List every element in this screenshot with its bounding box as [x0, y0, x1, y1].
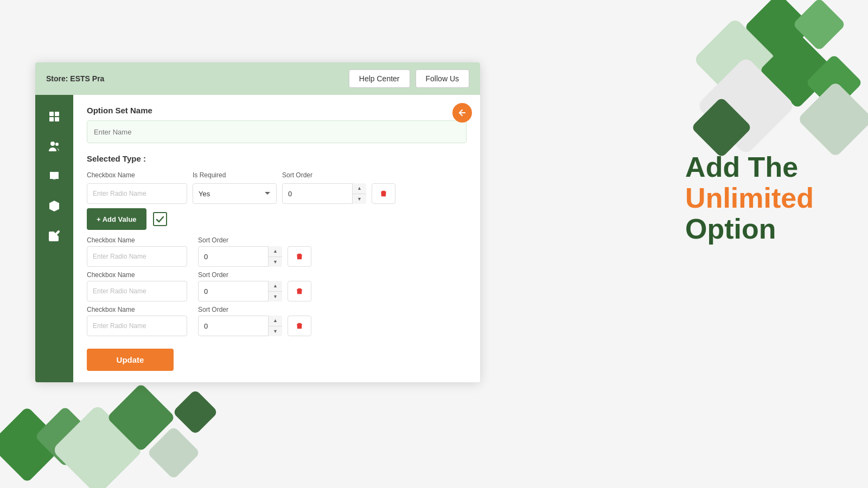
is-required-select[interactable]: Yes No: [193, 183, 277, 204]
inc-1[interactable]: ▲: [269, 246, 282, 257]
sidebar-item-orders[interactable]: [41, 222, 68, 249]
increment-btn[interactable]: ▲: [353, 183, 366, 194]
store-name: ESTS Pra: [70, 74, 104, 83]
delete-btn-1[interactable]: [288, 246, 311, 267]
store-prefix: Store:: [46, 74, 68, 83]
svg-rect-0: [49, 112, 54, 116]
marketing-title: Add The Unlimited Option: [685, 152, 814, 245]
marketing-line1: Add The: [685, 151, 798, 183]
book-icon: [48, 170, 61, 183]
decrement-btn[interactable]: ▼: [353, 194, 366, 204]
checkbox-row-3: Checkbox Name Sort Order ▲ ▼: [87, 306, 467, 336]
update-button[interactable]: Update: [87, 349, 174, 371]
radio-name-input[interactable]: [87, 183, 187, 204]
checkbox-row-1: Checkbox Name Sort Order ▲ ▼: [87, 236, 467, 267]
arrows-1: ▲ ▼: [268, 246, 282, 267]
trash-icon-2: [295, 287, 304, 296]
help-center-button[interactable]: Help Center: [349, 69, 410, 88]
sidebar-item-users[interactable]: [41, 133, 68, 160]
sort-wrap-3: ▲ ▼: [198, 316, 282, 336]
sidebar-item-catalog[interactable]: [41, 163, 68, 190]
trash-icon-3: [295, 322, 304, 330]
checkbox-name-input-3[interactable]: [87, 316, 187, 336]
delete-btn-2[interactable]: [288, 281, 311, 301]
marketing-area: Add The Unlimited Option: [685, 152, 814, 245]
selected-type-label: Selected Type :: [87, 154, 467, 163]
main-content: Option Set Name Selected Type : Checkbox…: [73, 95, 480, 382]
checkbox-name-input-1[interactable]: [87, 246, 187, 267]
sort-wrap-1: ▲ ▼: [198, 246, 282, 267]
sort-order-label-3: Sort Order: [198, 306, 282, 313]
main-form-row: Yes No ▲ ▼: [87, 183, 467, 204]
dec-2[interactable]: ▼: [269, 292, 282, 302]
marketing-line3: Option: [685, 213, 776, 245]
checkmark-icon: [156, 215, 164, 223]
app-body: Option Set Name Selected Type : Checkbox…: [35, 95, 480, 382]
box-icon: [48, 200, 61, 213]
option-set-name-input[interactable]: [87, 120, 467, 143]
number-arrows: ▲ ▼: [352, 183, 366, 204]
inc-3[interactable]: ▲: [269, 316, 282, 326]
sort-order-header: Sort Order: [282, 171, 366, 179]
checkbox-row-2: Checkbox Name Sort Order ▲ ▼: [87, 271, 467, 301]
header-buttons: Help Center Follow Us: [349, 69, 469, 88]
checkbox-name-label-2: Checkbox Name: [87, 271, 187, 279]
app-window: Store: ESTS Pra Help Center Follow Us: [35, 62, 480, 382]
delete-btn-3[interactable]: [288, 316, 311, 336]
follow-us-button[interactable]: Follow Us: [416, 69, 469, 88]
add-value-button[interactable]: + Add Value: [87, 208, 146, 230]
checkbox-name-header: Checkbox Name: [87, 171, 187, 179]
app-header: Store: ESTS Pra Help Center Follow Us: [35, 62, 480, 95]
marketing-line2: Unlimited: [685, 183, 814, 214]
arrows-3: ▲ ▼: [268, 316, 282, 336]
sort-wrap-2: ▲ ▼: [198, 281, 282, 301]
checkbox-tick[interactable]: [153, 212, 167, 226]
arrows-2: ▲ ▼: [268, 281, 282, 301]
svg-rect-2: [49, 117, 54, 121]
form-headers: Checkbox Name Is Required Sort Order: [87, 171, 467, 179]
sidebar-item-dashboard[interactable]: [41, 103, 68, 130]
dec-1[interactable]: ▼: [269, 257, 282, 267]
sidebar: [35, 95, 73, 382]
arrow-left-icon: [457, 108, 467, 118]
edit-icon: [48, 229, 61, 242]
svg-point-4: [50, 142, 55, 146]
grid-icon: [48, 110, 61, 123]
sort-order-wrap: ▲ ▼: [282, 183, 366, 204]
svg-rect-1: [55, 112, 59, 116]
checkbox-name-label-3: Checkbox Name: [87, 306, 187, 313]
sort-order-label-1: Sort Order: [198, 236, 282, 244]
svg-point-5: [55, 143, 59, 146]
option-set-name-label: Option Set Name: [87, 106, 467, 115]
store-label: Store: ESTS Pra: [46, 74, 104, 83]
inc-2[interactable]: ▲: [269, 281, 282, 292]
checkbox-name-input-2[interactable]: [87, 281, 187, 301]
back-button[interactable]: [452, 103, 472, 123]
svg-rect-3: [55, 117, 59, 121]
add-value-row: + Add Value: [87, 208, 467, 230]
trash-icon: [379, 189, 388, 198]
delete-button-main[interactable]: [372, 183, 395, 204]
trash-icon-1: [295, 252, 304, 261]
users-icon: [48, 140, 61, 153]
sort-order-label-2: Sort Order: [198, 271, 282, 279]
dec-3[interactable]: ▼: [269, 326, 282, 337]
checkbox-name-label-1: Checkbox Name: [87, 236, 187, 244]
is-required-header: Is Required: [193, 171, 277, 179]
sidebar-item-products[interactable]: [41, 192, 68, 220]
